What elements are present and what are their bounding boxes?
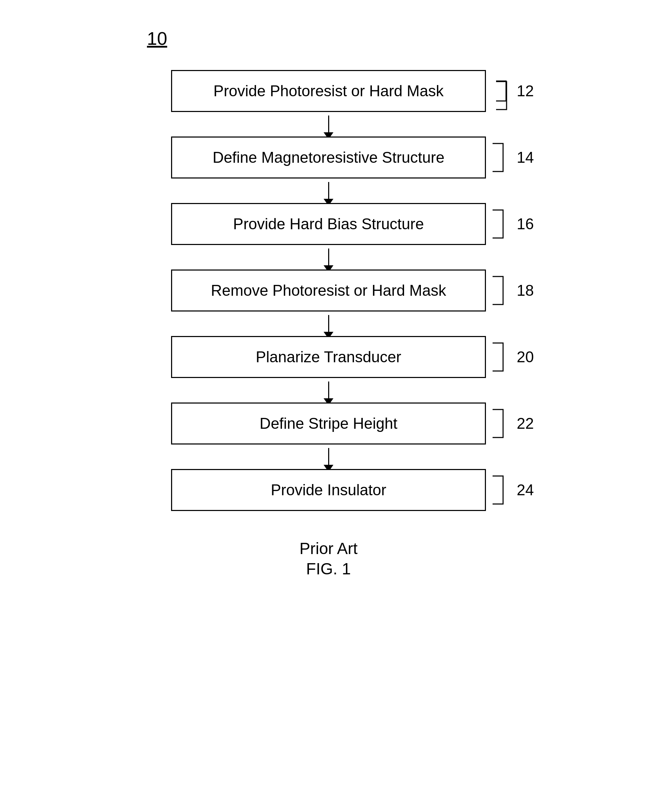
- arrow-1: [171, 112, 486, 137]
- step-row-5: Planarize Transducer 20: [171, 336, 486, 378]
- step-box-7: Provide Insulator 24: [171, 469, 486, 511]
- step-row-7: Provide Insulator 24: [171, 469, 486, 511]
- bracket-7: [493, 476, 507, 504]
- step-row-3: Provide Hard Bias Structure 16: [171, 203, 486, 245]
- flowchart: Provide Photoresist or Hard Mask 12 Defi…: [171, 70, 486, 511]
- step-label-4: Remove Photoresist or Hard Mask: [211, 282, 446, 299]
- arrow-line-5: [328, 382, 329, 399]
- step-box-3: Provide Hard Bias Structure 16: [171, 203, 486, 245]
- step-box-4: Remove Photoresist or Hard Mask 18: [171, 270, 486, 312]
- step-row-2: Define Magnetoresistive Structure 14: [171, 137, 486, 179]
- step-number-5: 20: [517, 348, 534, 366]
- arrow-line-4: [328, 315, 329, 332]
- step-number-2: 14: [517, 149, 534, 166]
- bracket-4: [493, 276, 507, 304]
- arrow-3: [171, 245, 486, 270]
- step-box-6: Define Stripe Height 22: [171, 402, 486, 444]
- arrow-line-1: [328, 115, 329, 133]
- arrow-line-2: [328, 182, 329, 199]
- step-label-7: Provide Insulator: [271, 481, 386, 499]
- step-number-7: 24: [517, 481, 534, 499]
- arrow-line-3: [328, 248, 329, 266]
- bracket-2: [493, 143, 507, 171]
- step-number-1: 12: [517, 82, 534, 100]
- step-box-1: Provide Photoresist or Hard Mask 12: [171, 70, 486, 112]
- step-number-6: 22: [517, 415, 534, 432]
- step-label-6: Define Stripe Height: [260, 415, 397, 432]
- step-row-4: Remove Photoresist or Hard Mask 18: [171, 270, 486, 312]
- step-label-3: Provide Hard Bias Structure: [233, 215, 423, 233]
- page-container: 10 Provide Photoresist or Hard Mask 12 D…: [0, 0, 657, 812]
- arrow-line-6: [328, 448, 329, 466]
- step-box-5: Planarize Transducer 20: [171, 336, 486, 378]
- arrow-5: [171, 378, 486, 402]
- diagram-title: 10: [147, 28, 167, 49]
- step-label-1: Provide Photoresist or Hard Mask: [213, 82, 444, 100]
- bracket-5: [493, 343, 507, 371]
- arrow-2: [171, 179, 486, 203]
- step-number-4: 18: [517, 282, 534, 299]
- bracket-1: [496, 81, 507, 101]
- step-label-5: Planarize Transducer: [256, 348, 401, 366]
- step-row-6: Define Stripe Height 22: [171, 402, 486, 444]
- step-box-2: Define Magnetoresistive Structure 14: [171, 137, 486, 179]
- step-number-3: 16: [517, 215, 534, 233]
- arrow-6: [171, 444, 486, 469]
- bracket-3: [493, 210, 507, 238]
- step-label-2: Define Magnetoresistive Structure: [213, 149, 445, 166]
- bracket-6: [493, 410, 507, 438]
- arrow-4: [171, 312, 486, 336]
- caption-area: Prior Art FIG. 1: [299, 539, 358, 578]
- caption-line2: FIG. 1: [306, 559, 351, 578]
- step-row-1: Provide Photoresist or Hard Mask 12: [171, 70, 486, 112]
- caption-line1: Prior Art: [299, 539, 358, 558]
